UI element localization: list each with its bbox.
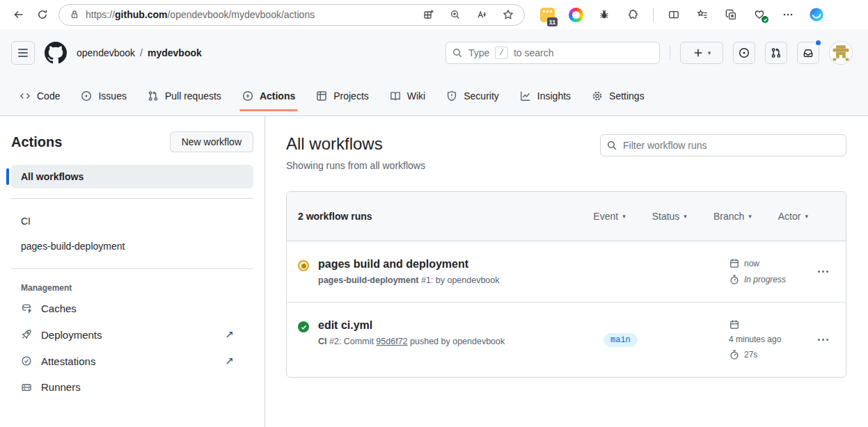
run-options-kebab-button[interactable] bbox=[811, 335, 835, 345]
graph-icon bbox=[520, 90, 531, 102]
sidebar-item-workflow-pages-build-deployment[interactable]: pages-build-deployment bbox=[11, 234, 253, 259]
verified-icon bbox=[21, 355, 32, 366]
browser-essentials-button[interactable] bbox=[748, 3, 771, 26]
run-title-link[interactable]: pages build and deployment bbox=[318, 258, 468, 271]
new-workflow-button[interactable]: New workflow bbox=[170, 131, 253, 152]
issues-dashboard-button[interactable] bbox=[733, 42, 755, 64]
back-button[interactable] bbox=[7, 3, 31, 26]
pull-requests-dashboard-button[interactable] bbox=[765, 42, 787, 64]
browser-settings-button[interactable] bbox=[777, 3, 799, 26]
external-link-icon: ↗ bbox=[225, 355, 234, 367]
sidebar-title: Actions bbox=[11, 134, 62, 150]
search-placeholder-prefix: Type bbox=[468, 47, 489, 58]
tab-security[interactable]: Security bbox=[439, 76, 506, 115]
runs-filters: Event▾ Status▾ Branch▾ Actor▾ bbox=[593, 211, 808, 222]
toolbar-divider bbox=[653, 8, 654, 22]
split-screen-icon bbox=[668, 9, 679, 20]
tab-code[interactable]: Code bbox=[13, 76, 67, 115]
sidebar-item-deployments[interactable]: Deployments ↗ bbox=[11, 321, 253, 348]
breadcrumb: opendevbook / mydevbook bbox=[77, 47, 202, 58]
zoom-button[interactable] bbox=[445, 5, 466, 24]
favorites-list-icon bbox=[697, 9, 708, 20]
branch-badge[interactable]: main bbox=[603, 333, 638, 347]
breadcrumb-owner-link[interactable]: opendevbook bbox=[77, 47, 135, 58]
tab-wiki[interactable]: Wiki bbox=[383, 76, 432, 115]
run-time: 4 minutes ago bbox=[729, 335, 811, 344]
essentials-check-badge bbox=[762, 16, 768, 23]
tab-settings[interactable]: Settings bbox=[585, 76, 652, 115]
sidebar-item-workflow-ci[interactable]: CI bbox=[11, 209, 253, 234]
tab-pull-requests[interactable]: Pull requests bbox=[141, 76, 228, 115]
copilot-button[interactable] bbox=[805, 3, 828, 26]
tab-projects[interactable]: Projects bbox=[309, 76, 376, 115]
bug-icon bbox=[599, 9, 610, 20]
run-options-kebab-button[interactable] bbox=[811, 266, 835, 277]
calendar-icon bbox=[729, 319, 740, 330]
sidebar-item-attestations[interactable]: Attestations ↗ bbox=[11, 348, 253, 374]
inbox-icon bbox=[803, 47, 814, 58]
slash-key-hint: / bbox=[495, 47, 508, 59]
run-duration: In progress bbox=[744, 275, 786, 284]
grid-plus-icon bbox=[423, 9, 434, 20]
success-status-icon bbox=[298, 321, 309, 332]
event-filter-dropdown[interactable]: Event▾ bbox=[593, 211, 625, 222]
caret-down-icon: ▾ bbox=[708, 50, 711, 56]
actions-sidebar: Actions New workflow All workflows CI pa… bbox=[0, 116, 265, 427]
create-new-button[interactable]: ▾ bbox=[680, 42, 723, 64]
run-meta: 4 minutes ago 27s bbox=[729, 319, 811, 360]
sidebar-item-caches[interactable]: Caches bbox=[11, 296, 253, 321]
run-time: now bbox=[744, 259, 759, 268]
runs-card-header: 2 workflow runs Event▾ Status▾ Branch▾ A… bbox=[287, 192, 846, 241]
favorites-bar-button[interactable] bbox=[691, 3, 713, 26]
sidebar-item-all-workflows[interactable]: All workflows bbox=[11, 165, 253, 188]
commit-link[interactable]: 95d6f72 bbox=[376, 337, 407, 346]
search-icon bbox=[452, 47, 463, 58]
collections-button[interactable] bbox=[720, 3, 742, 26]
browser-toolbar: https://github.com/opendevbook/mydevbook… bbox=[0, 0, 868, 29]
filter-workflow-runs-input[interactable] bbox=[600, 134, 846, 156]
extension-notes-button[interactable]: 11 bbox=[536, 3, 558, 26]
page-title: All workflows bbox=[286, 134, 425, 154]
search-icon bbox=[606, 140, 617, 151]
global-menu-button[interactable] bbox=[11, 41, 35, 65]
extension-colorpicker-button[interactable] bbox=[565, 3, 587, 26]
tab-actions[interactable]: Actions bbox=[235, 76, 302, 115]
extensions-menu-button[interactable] bbox=[622, 3, 644, 26]
avatar[interactable] bbox=[829, 41, 853, 65]
run-duration: 27s bbox=[744, 350, 757, 360]
split-screen-button[interactable] bbox=[663, 3, 685, 26]
tab-issues[interactable]: Issues bbox=[74, 76, 133, 115]
read-aloud-button[interactable] bbox=[471, 5, 492, 24]
gear-icon bbox=[592, 90, 603, 102]
stopwatch-icon bbox=[729, 349, 740, 360]
rocket-icon bbox=[21, 329, 32, 340]
tab-insights[interactable]: Insights bbox=[513, 76, 578, 115]
actor-filter-dropdown[interactable]: Actor▾ bbox=[778, 211, 808, 222]
table-icon bbox=[316, 90, 327, 102]
url-text: https://github.com/opendevbook/mydevbook… bbox=[86, 9, 413, 20]
breadcrumb-repo-link[interactable]: mydevbook bbox=[148, 47, 202, 58]
page-subtitle: Showing runs from all workflows bbox=[286, 160, 425, 171]
repo-nav: Code Issues Pull requests Actions Projec… bbox=[0, 76, 868, 116]
sidebar-item-runners[interactable]: Runners bbox=[11, 374, 253, 400]
management-section-label: Management bbox=[11, 279, 253, 296]
favorite-button[interactable] bbox=[498, 5, 519, 24]
address-bar[interactable]: https://github.com/opendevbook/mydevbook… bbox=[58, 4, 525, 26]
stopwatch-icon bbox=[729, 274, 740, 285]
branch-filter-dropdown[interactable]: Branch▾ bbox=[713, 211, 752, 222]
github-logo[interactable] bbox=[45, 42, 67, 64]
identicon bbox=[830, 42, 852, 64]
workflow-runs-card: 2 workflow runs Event▾ Status▾ Branch▾ A… bbox=[286, 191, 846, 378]
caret-down-icon: ▾ bbox=[622, 214, 626, 220]
status-filter-dropdown[interactable]: Status▾ bbox=[652, 211, 687, 222]
split-tab-button[interactable] bbox=[418, 5, 439, 24]
extensions-row: 11 bbox=[536, 3, 828, 26]
refresh-button[interactable] bbox=[31, 3, 54, 26]
workflow-runs-main: All workflows Showing runs from all work… bbox=[265, 116, 868, 427]
extension-debugger-button[interactable] bbox=[593, 3, 615, 26]
lock-icon bbox=[69, 9, 80, 20]
run-title-link[interactable]: edit ci.yml bbox=[318, 319, 372, 332]
global-search-input[interactable]: Type / to search bbox=[445, 42, 660, 64]
puzzle-icon bbox=[627, 9, 638, 20]
run-meta: now In progress bbox=[729, 258, 811, 285]
